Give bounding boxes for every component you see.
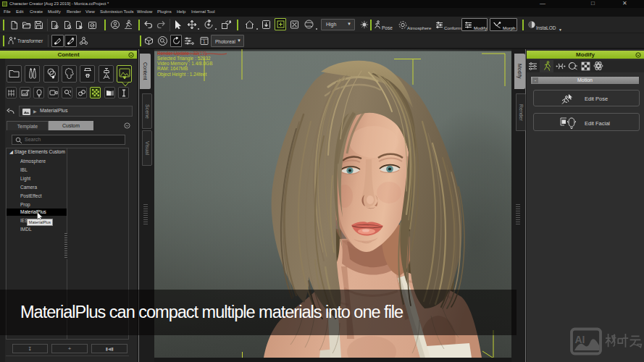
svg-text:AI: AI bbox=[575, 334, 585, 345]
svg-text:1: 1 bbox=[203, 39, 206, 44]
